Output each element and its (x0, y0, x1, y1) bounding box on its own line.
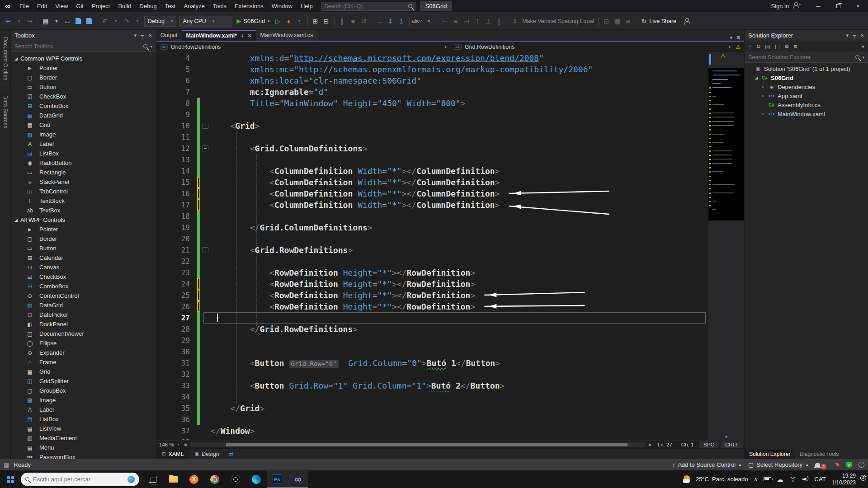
code-line[interactable]: 27 (156, 312, 708, 324)
code-line[interactable]: 12− <Grid.ColumnDefinitions> (156, 143, 708, 154)
toolbox-item-documentviewer[interactable]: ◰DocumentViewer (11, 329, 156, 338)
spell-check-icon[interactable]: abc✓ (412, 16, 424, 27)
fold-column[interactable] (200, 75, 211, 86)
fold-collapse-icon[interactable]: − (203, 145, 208, 151)
chevron-collapsed-icon[interactable]: ▹ (761, 94, 765, 98)
toolbox-item-image[interactable]: ▨Image (11, 130, 156, 139)
start-debugging-button[interactable]: ▶ S06Grid▾ (234, 18, 272, 24)
breadcrumb-left[interactable]: <> Grid.RowDefinitions ▾ (156, 42, 450, 52)
fold-column[interactable] (200, 64, 211, 75)
taskbar-search-input[interactable] (33, 476, 124, 483)
fold-column[interactable] (200, 290, 211, 301)
pin-icon[interactable]: ┬ (141, 33, 144, 38)
toolbox-item-image[interactable]: ▨Image (11, 395, 156, 405)
toolbox-item-textblock[interactable]: TTextBlock (11, 196, 156, 206)
hidden-icons-chevron[interactable]: ∧ (754, 476, 758, 482)
code-line[interactable]: 25 <RowDefinition Height="*"></RowDefini… (156, 290, 708, 301)
code-line[interactable]: 20 (156, 233, 708, 244)
live-share-button[interactable]: Live Share (649, 18, 676, 24)
code-line[interactable]: 5 xmlns:mc="http://schemas.openxmlformat… (156, 64, 708, 75)
code-line[interactable]: 21− <Grid.RowDefinitions> (156, 244, 708, 256)
menu-item-extensions[interactable]: Extensions (231, 0, 268, 12)
fold-column[interactable] (200, 211, 211, 222)
menu-item-analyze[interactable]: Analyze (179, 0, 208, 12)
encoding-indicator[interactable]: SPC (699, 441, 719, 448)
configuration-dropdown[interactable]: Debug▾ (144, 16, 176, 27)
code-line[interactable]: 37</Window> (156, 425, 708, 436)
sync-with-active-document-icon[interactable]: ≡ (794, 43, 797, 50)
edge-button[interactable] (246, 470, 267, 488)
toolbox-item-pointer[interactable]: ►Pointer (11, 225, 156, 234)
fold-column[interactable]: − (200, 143, 211, 154)
minimap-scrollbar[interactable]: ⚠ ▼ (708, 52, 744, 440)
toolbox-item-textbox[interactable]: abTextBox (11, 206, 156, 215)
code-line[interactable]: 31 <Button Grid.Row="0" Grid.Column="0">… (156, 357, 708, 369)
toolbox-item-expander[interactable]: ⊕Expander (11, 348, 156, 357)
menu-item-window[interactable]: Window (268, 0, 297, 12)
tree-item-s06grid[interactable]: ◢C#S06Grid (745, 73, 868, 82)
fold-column[interactable] (200, 256, 211, 267)
toolbox-item-menu[interactable]: ▤Menu (11, 443, 156, 452)
toolbox-item-rectangle[interactable]: ▭Rectangle (11, 168, 156, 177)
undo-icon[interactable]: ↶ (100, 16, 110, 27)
tree-item-assemblyinfo-cs[interactable]: C#AssemblyInfo.cs (745, 100, 868, 109)
dropdown-caret-icon[interactable]: ▾ (132, 16, 142, 27)
close-button[interactable]: × (848, 0, 868, 12)
fold-column[interactable] (200, 188, 211, 199)
chevron-down-icon[interactable]: ▾ (729, 45, 731, 49)
menu-item-file[interactable]: File (15, 0, 33, 12)
fold-column[interactable]: − (200, 120, 211, 131)
toolbox-item-contentcontrol[interactable]: ⊙ContentControl (11, 291, 156, 300)
properties-icon[interactable]: ⚙ (784, 43, 789, 50)
fold-column[interactable] (200, 98, 211, 109)
feedback-circle-icon[interactable] (859, 462, 864, 468)
code-line[interactable]: 29 (156, 335, 708, 346)
tree-item-solution-s06grid-1-of-1-project-[interactable]: ▣Solution 'S06Grid' (1 of 1 project) (745, 64, 868, 73)
code-line[interactable]: 15 <ColumnDefinition Width="*"></ColumnD… (156, 177, 708, 188)
background-tasks-icon[interactable]: ▦ (4, 461, 9, 468)
toolbox-item-listbox[interactable]: ▤ListBox (11, 149, 156, 158)
zoom-level-dropdown[interactable]: 146 %▾ (156, 442, 182, 447)
scrollbar-thumb[interactable] (226, 443, 627, 446)
code-line[interactable]: 18 (156, 211, 708, 222)
fold-column[interactable] (200, 391, 211, 403)
home-icon[interactable]: ⌂ (748, 43, 751, 50)
toolbox-item-passwordbox[interactable]: •••PasswordBox (11, 452, 156, 459)
chevron-expanded-icon[interactable]: ◢ (754, 75, 759, 80)
fold-column[interactable] (200, 222, 211, 233)
fold-column[interactable] (200, 131, 211, 143)
menu-item-test[interactable]: Test (161, 0, 180, 12)
profiler-icon[interactable]: ♦ (284, 16, 294, 27)
toolbox-item-calendar[interactable]: ⊞Calendar (11, 253, 156, 263)
notifications-button[interactable]: 2 (815, 462, 829, 468)
dropdown-caret-icon[interactable]: ▾ (111, 16, 121, 27)
toolbox-item-label[interactable]: ALabel (11, 139, 156, 149)
toolbox-item-listbox[interactable]: ▤ListBox (11, 414, 156, 424)
platform-dropdown[interactable]: Any CPU▾ (179, 16, 232, 27)
select-repository-button[interactable]: ▢ Select Repository ▲ (748, 461, 809, 468)
fold-column[interactable] (200, 380, 211, 391)
code-line[interactable]: 34 (156, 391, 708, 403)
window-position-icon[interactable]: ▾ (134, 33, 137, 38)
chevron-collapsed-icon[interactable]: ▹ (761, 112, 765, 116)
toolbox-item-combobox[interactable]: ⊟ComboBox (11, 282, 156, 291)
open-file-icon[interactable]: ▱ (62, 16, 72, 27)
tree-item-mainwindow-xaml[interactable]: ▹</>MainWindow.xaml (745, 109, 868, 118)
collapse-all-icon[interactable]: ▢ (775, 43, 780, 50)
tab-design[interactable]: ▣Design (189, 449, 224, 459)
code-line[interactable]: 30 (156, 346, 708, 357)
dropdown-caret-icon[interactable]: ▾ (52, 16, 61, 27)
fold-column[interactable] (200, 199, 211, 211)
toolbox-item-dockpanel[interactable]: ◧DockPanel (11, 319, 156, 329)
breadcrumb-right[interactable]: <> Grid.RowDefinitions ▾ ⚠ (450, 42, 744, 52)
tab-mainwindow-xaml[interactable]: MainWindow.xaml* ↧ ✕ (182, 30, 256, 41)
toolbox-search[interactable]: ▾ (11, 41, 156, 52)
fold-column[interactable] (200, 52, 211, 64)
gear-icon[interactable]: ⚙ (736, 35, 741, 41)
menu-item-edit[interactable]: Edit (33, 0, 51, 12)
code-line[interactable]: 9 (156, 109, 708, 120)
toolbox-item-pointer[interactable]: ►Pointer (11, 63, 156, 73)
dark-app-button[interactable] (225, 470, 246, 488)
code-line[interactable]: 23 <RowDefinition Height="*"></RowDefini… (156, 267, 708, 278)
fold-column[interactable] (200, 233, 211, 244)
